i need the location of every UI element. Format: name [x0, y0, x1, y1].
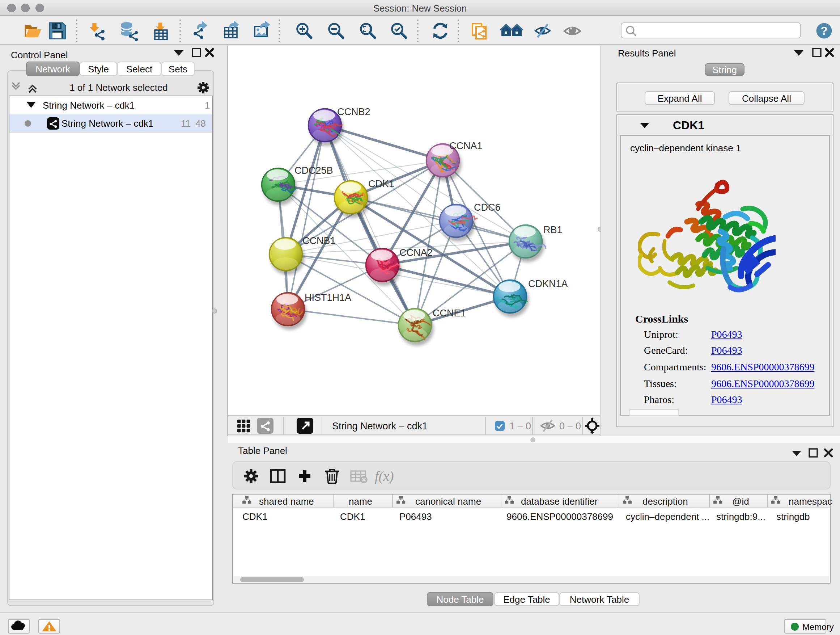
svg-text:CCNE1: CCNE1	[433, 308, 466, 318]
svg-text:CDKN1A: CDKN1A	[528, 279, 568, 289]
svg-text:CCNB1: CCNB1	[302, 235, 336, 246]
svg-text:String Network – cdk1: String Network – cdk1	[332, 421, 428, 432]
svg-text:CDK1: CDK1	[368, 179, 394, 189]
svg-text:?: ?	[821, 24, 828, 37]
svg-text:CCNB2: CCNB2	[337, 106, 370, 117]
svg-text:1 of 1 Network selected: 1 of 1 Network selected	[69, 82, 168, 93]
svg-text:CDC6: CDC6	[474, 202, 501, 213]
svg-text:RB1: RB1	[543, 225, 562, 235]
svg-text:CDC25B: CDC25B	[294, 165, 333, 176]
svg-text:0 – 0: 0 – 0	[559, 421, 581, 432]
svg-text:HIST1H1A: HIST1H1A	[305, 292, 351, 303]
svg-text:f(x): f(x)	[375, 469, 394, 484]
svg-text:CCNA1: CCNA1	[449, 141, 483, 151]
svg-text:CCNA2: CCNA2	[399, 247, 433, 258]
svg-text:1 – 0: 1 – 0	[509, 421, 531, 432]
